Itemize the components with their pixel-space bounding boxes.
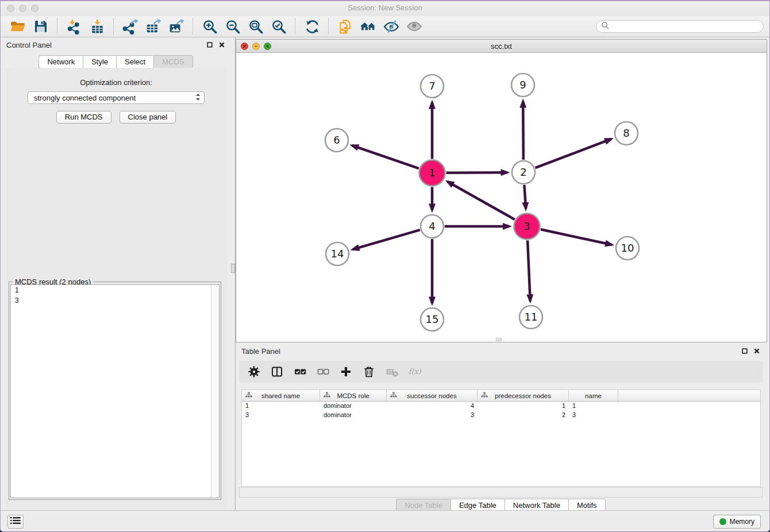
float-panel-icon[interactable] xyxy=(206,41,213,48)
select-all-icon[interactable] xyxy=(293,365,307,379)
tab-mcds[interactable]: MCDS xyxy=(153,55,192,68)
tab-network[interactable]: Network xyxy=(38,55,83,68)
toggle-columns-icon[interactable] xyxy=(270,365,284,379)
network-canvas[interactable]: 7968124314101511 xyxy=(236,53,767,342)
graph-node-8[interactable]: 8 xyxy=(615,122,638,145)
cell-shared-name[interactable]: 3 xyxy=(242,411,320,420)
close-table-panel-icon[interactable] xyxy=(753,348,760,354)
panel-splitter[interactable] xyxy=(231,37,236,512)
svg-text:14: 14 xyxy=(331,248,344,260)
zoom-in-icon[interactable] xyxy=(198,18,221,35)
zoom-selected-icon[interactable] xyxy=(267,18,290,35)
graph-edge-1-6[interactable] xyxy=(352,145,418,168)
close-panel-icon[interactable] xyxy=(218,41,225,48)
graph-edge-3-1[interactable] xyxy=(448,182,515,219)
cell-MCDS-role[interactable]: dominator xyxy=(320,411,387,420)
hide-selected-icon[interactable] xyxy=(380,18,403,35)
search-icon xyxy=(601,21,609,32)
tab-style[interactable]: Style xyxy=(83,55,116,68)
window-title: Session: New Session xyxy=(1,3,769,12)
splitter-grip[interactable] xyxy=(231,264,235,273)
export-image-icon[interactable] xyxy=(165,18,188,35)
graph-node-14[interactable]: 14 xyxy=(326,242,349,265)
close-panel-button[interactable]: Close panel xyxy=(120,111,176,124)
graph-node-11[interactable]: 11 xyxy=(519,306,542,329)
graph-edge-2-9[interactable] xyxy=(523,101,523,160)
new-network-from-selection-icon[interactable] xyxy=(334,18,357,35)
mcds-result-item[interactable]: 1 xyxy=(11,285,219,295)
cell-MCDS-role[interactable]: dominator xyxy=(320,402,387,411)
graph-node-3[interactable]: 3 xyxy=(514,214,540,240)
tab-select[interactable]: Select xyxy=(116,55,153,68)
table-row[interactable]: 1dominator411 xyxy=(242,402,760,411)
export-network-icon[interactable] xyxy=(119,18,142,35)
zoom-fit-icon[interactable] xyxy=(244,18,267,35)
network-close-button[interactable] xyxy=(241,43,248,50)
delete-row-icon[interactable] xyxy=(362,365,376,379)
toolbar-separator xyxy=(328,18,329,34)
graph-edge-2-3[interactable] xyxy=(524,185,526,209)
search-field[interactable] xyxy=(596,20,764,33)
column-header-predecessor-nodes[interactable]: predecessor nodes xyxy=(478,390,569,401)
mcds-result-list[interactable]: 13 xyxy=(10,284,220,498)
float-table-panel-icon[interactable] xyxy=(741,348,748,354)
graph-node-1[interactable]: 1 xyxy=(419,160,445,186)
graph-node-7[interactable]: 7 xyxy=(421,75,444,98)
graph-edge-3-10[interactable] xyxy=(541,229,612,245)
graph-edge-2-8[interactable] xyxy=(536,139,611,168)
mcds-result-scrollbar[interactable] xyxy=(211,285,219,498)
cell-predecessor-nodes[interactable]: 1 xyxy=(478,402,569,411)
network-window-titlebar[interactable]: scc.txt xyxy=(236,40,767,53)
save-session-icon[interactable] xyxy=(29,18,52,35)
graph-edge-1-2[interactable] xyxy=(446,172,507,173)
toolbar-separator xyxy=(295,18,296,34)
column-header-MCDS-role[interactable]: MCDS role xyxy=(320,390,387,401)
import-network-icon[interactable] xyxy=(63,18,86,35)
add-row-icon[interactable] xyxy=(339,365,353,379)
memory-button[interactable]: Memory xyxy=(713,515,761,529)
mcds-result-item[interactable]: 3 xyxy=(11,295,219,306)
graph-node-15[interactable]: 15 xyxy=(421,308,444,331)
table-horizontal-scrollbar[interactable] xyxy=(239,487,763,498)
graph-node-10[interactable]: 10 xyxy=(616,237,639,260)
zoom-out-icon[interactable] xyxy=(221,18,244,35)
column-header-shared-name[interactable]: shared name xyxy=(242,390,320,401)
network-minimize-button[interactable] xyxy=(252,43,260,50)
graph-node-6[interactable]: 6 xyxy=(325,129,348,152)
graph-node-2[interactable]: 2 xyxy=(512,161,535,184)
column-type-icon xyxy=(390,392,397,400)
first-neighbors-icon[interactable] xyxy=(357,18,380,35)
cell-name[interactable]: 1 xyxy=(569,402,618,411)
import-table-icon[interactable] xyxy=(86,18,109,35)
cell-successor-nodes[interactable]: 4 xyxy=(387,402,478,411)
node-table: shared nameMCDS rolesuccessor nodesprede… xyxy=(241,390,761,487)
toolbar-separator xyxy=(192,18,194,34)
show-all-icon[interactable] xyxy=(403,18,426,35)
canvas-grip[interactable] xyxy=(496,338,502,341)
unselect-all-icon[interactable] xyxy=(316,365,330,379)
cell-successor-nodes[interactable]: 3 xyxy=(387,411,478,420)
cell-name[interactable]: 3 xyxy=(569,411,618,420)
control-panel-title: Control Panel xyxy=(6,41,52,49)
network-zoom-button[interactable] xyxy=(264,43,271,50)
column-header-successor-nodes[interactable]: successor nodes xyxy=(387,390,478,401)
settings-icon[interactable] xyxy=(247,365,261,379)
cell-predecessor-nodes[interactable]: 2 xyxy=(478,411,569,420)
column-header-name[interactable]: name xyxy=(569,390,618,401)
run-mcds-button[interactable]: Run MCDS xyxy=(56,111,111,124)
cell-shared-name[interactable]: 1 xyxy=(242,402,320,411)
function-builder-icon: f(x) xyxy=(408,365,422,379)
table-panel-title: Table Panel xyxy=(241,347,280,356)
graph-edge-4-14[interactable] xyxy=(353,230,420,249)
mcds-result-group: MCDS result (2 nodes) 13 xyxy=(9,282,221,500)
export-table-icon[interactable] xyxy=(142,18,165,35)
graph-edge-3-11[interactable] xyxy=(528,240,530,301)
task-history-button[interactable] xyxy=(7,515,24,529)
search-input[interactable] xyxy=(612,22,759,31)
graph-node-4[interactable]: 4 xyxy=(421,215,444,238)
table-row[interactable]: 3dominator323 xyxy=(242,411,760,420)
graph-node-9[interactable]: 9 xyxy=(511,74,534,97)
refresh-view-icon[interactable] xyxy=(301,18,324,35)
open-file-icon[interactable] xyxy=(6,18,29,35)
criterion-select[interactable]: strongly connected component xyxy=(28,91,205,104)
